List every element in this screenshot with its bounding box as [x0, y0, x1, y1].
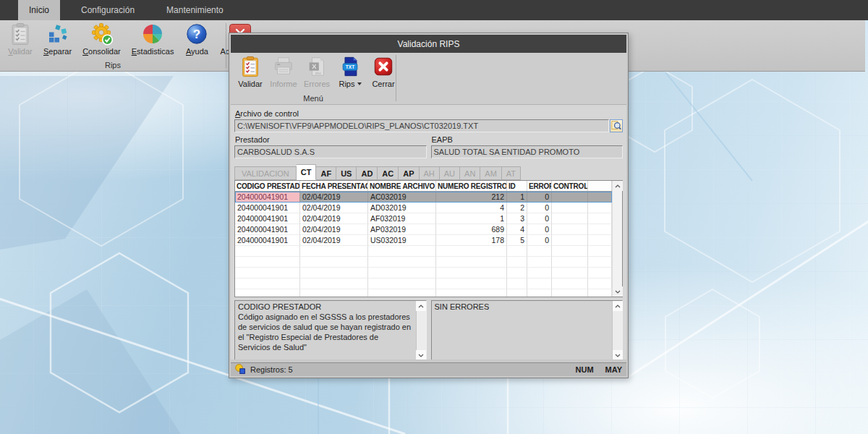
scroll-up-icon[interactable] [613, 301, 623, 311]
errors-scrollbar[interactable] [612, 301, 622, 359]
toolbar-button-errores[interactable]: X xlsx Errores [300, 55, 333, 93]
toolbar-button-rips[interactable]: TXT Rips [333, 55, 367, 93]
tab-at[interactable]: AT [502, 166, 521, 180]
archivo-de-control-label: Archivo de control [235, 109, 623, 118]
table-row-empty [235, 268, 612, 278]
table-row-empty [235, 246, 612, 257]
ribbon-button-label: Separar [43, 47, 72, 56]
dialog-titlebar[interactable]: Validación RIPS [231, 35, 626, 53]
svg-text:TXT: TXT [346, 64, 354, 69]
tab-ap[interactable]: AP [399, 166, 419, 180]
cell-control [552, 213, 588, 224]
column-header[interactable]: NOMBRE ARCHIVO [368, 181, 436, 191]
gear-check-icon [89, 22, 114, 46]
cell-control [552, 235, 588, 246]
cell-filler [588, 224, 612, 235]
scroll-up-icon[interactable] [416, 301, 426, 311]
table-row[interactable]: 204000041901 02/04/2019 AD032019 4 2 0 [235, 203, 612, 213]
toolbar-button-validar[interactable]: Validar [234, 55, 267, 93]
browse-button[interactable] [610, 119, 623, 132]
table-row[interactable]: 204000041901 02/04/2019 AC032019 212 1 0 [235, 192, 612, 203]
cell-control [552, 224, 588, 235]
validacion-rips-dialog: Validación RIPS [229, 33, 629, 378]
column-header[interactable]: FECHA PRESENTACION [300, 181, 368, 191]
tab-am[interactable]: AM [480, 166, 502, 180]
scroll-down-icon[interactable] [613, 350, 623, 359]
tab-au[interactable]: AU [440, 166, 460, 180]
column-header[interactable]: CODIGO PRESTADOR [235, 181, 300, 191]
svg-text:X: X [312, 63, 317, 70]
cell-filler [588, 213, 612, 224]
description-scrollbar[interactable] [416, 301, 426, 359]
ribbon-group-label-rips: Rips [0, 61, 226, 69]
tab-validacion[interactable]: VALIDACION [234, 166, 297, 180]
ribbon-button-ayuda[interactable]: ? Ayuda [181, 22, 213, 59]
scroll-up-icon[interactable] [613, 181, 623, 191]
tab-ad[interactable]: AD [357, 166, 378, 180]
table-row-empty [235, 278, 612, 289]
cell-control [552, 192, 588, 203]
cell-codigo: 204000041901 [235, 235, 300, 246]
cell-registros: 689 [436, 224, 507, 235]
svg-text:?: ? [193, 27, 200, 41]
cell-filler [588, 235, 612, 246]
cell-nombre: AD032019 [368, 203, 436, 213]
cell-registros: 4 [436, 203, 507, 213]
tab-mantenimiento[interactable]: Mantenimiento [156, 0, 234, 20]
cell-error: 0 [527, 192, 552, 203]
toolbar-button-label: Cerrar [372, 80, 394, 88]
table-row[interactable]: 204000041901 02/04/2019 AP032019 689 4 0 [235, 224, 612, 235]
prestador-input[interactable]: CARBOSALUD S.A.S [234, 145, 427, 158]
tab-configuracion[interactable]: Configuración [70, 0, 145, 20]
tab-ct[interactable]: CT [297, 164, 317, 180]
eapb-input[interactable]: SALUD TOTAL SA ENTIDAD PROMOTO [431, 145, 624, 158]
column-header[interactable]: ID [507, 181, 527, 191]
cell-id: 3 [507, 213, 527, 224]
toolbar-button-informe[interactable]: Informe [267, 55, 300, 93]
scroll-down-icon[interactable] [416, 350, 426, 359]
ribbon-button-label: Ayuda [186, 47, 208, 56]
cell-error: 0 [527, 235, 552, 246]
cell-registros: 212 [436, 192, 507, 203]
ribbon-button-validar[interactable]: Validar [4, 22, 36, 59]
ribbon-button-label: Estadisticas [132, 47, 174, 56]
ribbon-button-consolidar[interactable]: Consolidar [79, 22, 124, 59]
toolbar-button-label: Rips [339, 80, 361, 88]
cell-registros: 178 [436, 235, 507, 246]
column-header[interactable]: ERROR [527, 181, 552, 191]
ribbon-button-separar[interactable]: Separar [40, 22, 75, 59]
txt-file-icon: TXT [339, 55, 362, 78]
ribbon-group-separator [226, 23, 226, 68]
help-sphere-icon: ? [184, 22, 209, 46]
cell-error: 0 [527, 213, 552, 224]
column-header[interactable]: CONTROL [552, 181, 588, 191]
toolbar-button-label: Errores [304, 80, 330, 88]
ribbon-button-label: Validar [8, 47, 32, 56]
scatter-squares-icon [46, 22, 70, 46]
cell-id: 1 [507, 192, 527, 203]
ribbon-button-estadisticas[interactable]: Estadisticas [128, 22, 178, 59]
toolbar-button-label: Validar [238, 80, 262, 88]
tab-ac[interactable]: AC [378, 166, 399, 180]
cell-id: 4 [507, 224, 527, 235]
scroll-down-icon[interactable] [613, 286, 623, 297]
table-row-empty [235, 289, 612, 297]
table-row[interactable]: 204000041901 02/04/2019 AF032019 1 3 0 [235, 213, 612, 224]
tab-us[interactable]: US [336, 166, 357, 180]
cell-error: 0 [527, 203, 552, 213]
tab-an[interactable]: AN [460, 166, 480, 180]
tab-inicio[interactable]: Inicio [18, 0, 60, 20]
column-header[interactable]: NUMERO REGISTROS [436, 181, 507, 191]
tab-ah[interactable]: AH [420, 166, 440, 180]
cell-codigo: 204000041901 [235, 203, 300, 213]
table-vertical-scrollbar[interactable] [612, 181, 622, 297]
cell-id: 2 [507, 203, 527, 213]
archivo-de-control-input[interactable]: C:\WENISOFT\VFP9\APPMODELO\RIPS_PLANOS\C… [234, 119, 609, 132]
table-row[interactable]: 204000041901 02/04/2019 US032019 178 5 0 [235, 235, 612, 246]
results-table: CODIGO PRESTADOR FECHA PRESENTACION NOMB… [234, 180, 623, 297]
cell-fecha: 02/04/2019 [300, 224, 368, 235]
numlock-indicator: NUM [576, 365, 594, 374]
clipboard-check-icon [239, 55, 262, 78]
cell-nombre: AF032019 [368, 213, 436, 224]
tab-af[interactable]: AF [316, 166, 336, 180]
